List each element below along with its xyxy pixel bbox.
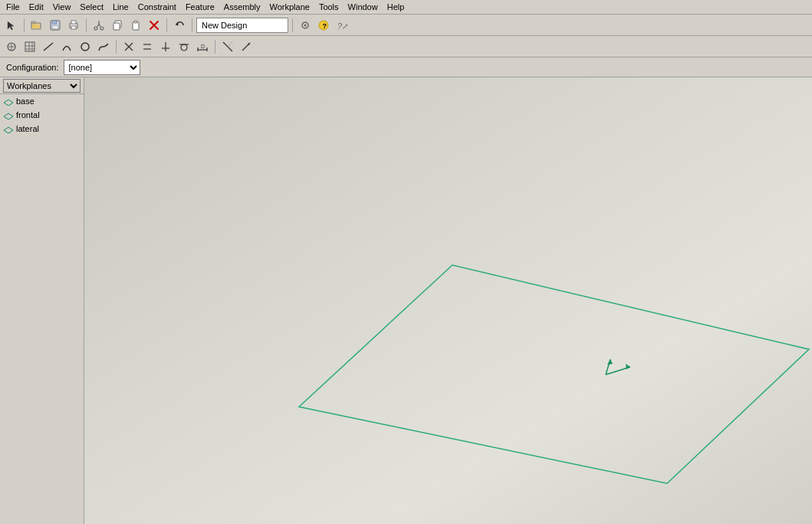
svg-rect-2 (31, 23, 41, 29)
menu-workplane[interactable]: Workplane (265, 2, 314, 12)
circle-button[interactable] (77, 38, 94, 55)
separator-t2-1 (116, 40, 117, 54)
config-bar: Configuration: [none] (0, 57, 812, 77)
svg-text:D: D (201, 44, 205, 49)
svg-rect-12 (113, 23, 120, 30)
svg-rect-25 (25, 42, 35, 51)
question-button[interactable]: ? (315, 17, 332, 34)
coincident-button[interactable] (120, 38, 137, 55)
tree-item-base[interactable]: base (0, 94, 84, 108)
svg-rect-8 (71, 26, 76, 29)
left-panel: Workplanes base frontal (0, 77, 84, 524)
sketch-toolbar: D (0, 36, 812, 57)
tree-item-frontal[interactable]: frontal (0, 108, 84, 122)
grid-button[interactable] (21, 38, 38, 55)
extend-button[interactable] (238, 38, 255, 55)
menu-line[interactable]: Line (108, 2, 133, 12)
perpendicular-button[interactable] (157, 38, 174, 55)
svg-point-9 (94, 27, 97, 30)
dimension-button[interactable]: D (194, 38, 211, 55)
menu-assembly[interactable]: Assembly (219, 2, 265, 12)
config-select[interactable]: [none] (64, 60, 140, 75)
viewport-svg (84, 77, 812, 524)
svg-rect-46 (84, 77, 812, 524)
menu-constraint[interactable]: Constraint (133, 2, 181, 12)
svg-rect-5 (52, 25, 58, 29)
separator-1 (24, 18, 25, 32)
panel-header: Workplanes (0, 77, 84, 94)
cut-button[interactable] (90, 17, 107, 34)
menu-file[interactable]: File (2, 2, 25, 12)
tree-label-lateral: lateral (16, 124, 39, 133)
3d-viewport[interactable] (84, 77, 812, 524)
paste-button[interactable] (127, 17, 144, 34)
snap-button[interactable] (297, 17, 314, 34)
line-draw-button[interactable] (40, 38, 57, 55)
spline-button[interactable] (95, 38, 112, 55)
trim-button[interactable] (219, 38, 236, 55)
svg-point-17 (304, 24, 307, 26)
svg-rect-7 (71, 21, 76, 24)
main-area: Workplanes base frontal (0, 77, 812, 524)
separator-2 (86, 18, 87, 32)
svg-rect-13 (133, 22, 139, 30)
print-button[interactable] (65, 17, 82, 34)
parallel-button[interactable] (139, 38, 156, 55)
svg-point-10 (100, 27, 104, 30)
menu-tools[interactable]: Tools (314, 2, 344, 12)
menu-feature[interactable]: Feature (181, 2, 219, 12)
menu-select[interactable]: Select (75, 2, 108, 12)
workplane-icon-base (3, 96, 14, 106)
menu-view[interactable]: View (48, 2, 76, 12)
tree-item-lateral[interactable]: lateral (0, 122, 84, 136)
menu-edit[interactable]: Edit (25, 2, 48, 12)
save-button[interactable] (47, 17, 64, 34)
undo-button[interactable] (171, 17, 188, 34)
svg-point-38 (181, 44, 187, 51)
separator-4 (192, 18, 192, 32)
workplanes-dropdown[interactable]: Workplanes (3, 79, 81, 93)
menu-help[interactable]: Help (383, 2, 409, 12)
main-toolbar: New Design ? ?↗ (0, 15, 812, 36)
delete-button[interactable] (146, 17, 163, 34)
tangent-button[interactable] (176, 38, 192, 55)
svg-text:↗: ↗ (341, 21, 347, 31)
cursor-button[interactable] (3, 17, 20, 34)
svg-line-30 (44, 43, 53, 51)
workplane-icon-frontal (3, 110, 14, 120)
snap-grid-button[interactable] (3, 38, 20, 55)
svg-rect-4 (52, 21, 57, 24)
svg-point-31 (81, 43, 89, 51)
separator-5 (292, 18, 293, 32)
tree-label-base: base (16, 97, 35, 106)
workplane-icon-lateral (3, 123, 14, 134)
separator-t2-2 (215, 40, 215, 54)
copy-button[interactable] (109, 17, 126, 34)
arc-button[interactable] (58, 38, 75, 55)
svg-rect-14 (134, 21, 137, 23)
help-button[interactable]: ?↗ (334, 17, 350, 34)
config-label: Configuration: (6, 63, 59, 72)
menu-window[interactable]: Window (344, 2, 383, 12)
menu-bar: File Edit View Select Line Constraint Fe… (0, 0, 812, 15)
open-button[interactable] (28, 17, 45, 34)
design-name-label: New Design (196, 18, 288, 33)
tree-label-frontal: frontal (16, 110, 40, 120)
separator-3 (166, 18, 167, 32)
svg-text:?: ? (323, 22, 327, 30)
